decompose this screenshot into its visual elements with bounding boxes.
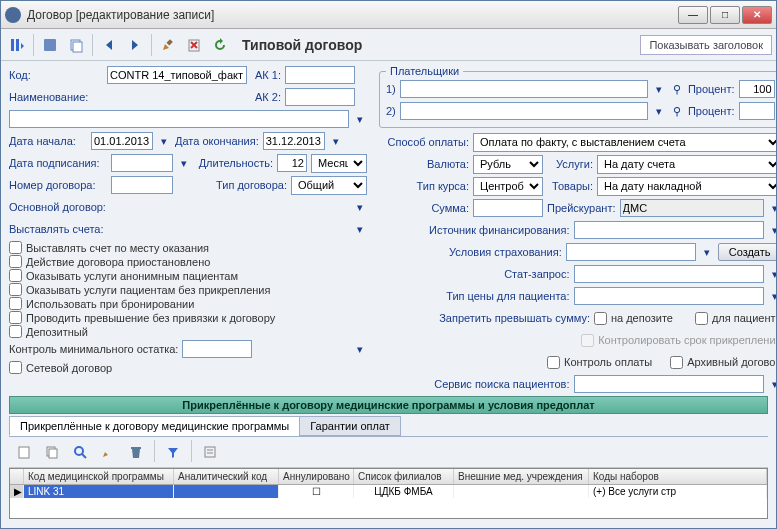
chevron-down-icon[interactable]: ▾ bbox=[700, 244, 714, 260]
search-svc-input[interactable] bbox=[574, 375, 764, 393]
filter-icon[interactable] bbox=[161, 440, 185, 464]
chk-suspended[interactable] bbox=[9, 255, 22, 268]
maximize-button[interactable]: □ bbox=[710, 6, 740, 24]
duration-input[interactable] bbox=[277, 154, 307, 172]
chk-archive[interactable] bbox=[670, 356, 683, 369]
col-sets[interactable]: Коды наборов bbox=[589, 469, 767, 484]
calendar-icon[interactable]: ▾ bbox=[157, 133, 171, 149]
chevron-down-icon[interactable]: ▾ bbox=[768, 288, 776, 304]
chk-exceed[interactable] bbox=[9, 311, 22, 324]
chk-ctrl-pay[interactable] bbox=[547, 356, 560, 369]
dropdown-menu-icon[interactable] bbox=[5, 33, 29, 57]
services-select[interactable]: На дату счета bbox=[597, 155, 776, 174]
table-row[interactable]: ▶ LINK 31 ☐ ЦДКБ ФМБА (+) Все услуги стр bbox=[10, 485, 767, 498]
col-branches[interactable]: Список филиалов bbox=[354, 469, 454, 484]
code-input[interactable] bbox=[107, 66, 247, 84]
ins-cond-label: Условия страхования: bbox=[379, 246, 562, 258]
chevron-down-icon[interactable]: ▾ bbox=[768, 200, 776, 216]
date-start-input[interactable] bbox=[91, 132, 153, 150]
chevron-down-icon[interactable]: ▾ bbox=[353, 341, 367, 357]
payer1-num: 1) bbox=[386, 83, 396, 95]
chk-deposit[interactable] bbox=[9, 325, 22, 338]
trash-icon[interactable] bbox=[124, 440, 148, 464]
tab-guarantees[interactable]: Гарантии оплат bbox=[299, 416, 401, 436]
payer1-input[interactable] bbox=[400, 80, 648, 98]
rate-type-select[interactable]: Центробанк Р bbox=[473, 177, 543, 196]
duration-unit-select[interactable]: Месяц bbox=[311, 154, 367, 173]
duration-label: Длительность: bbox=[199, 157, 273, 169]
code-label: Код: bbox=[9, 69, 103, 81]
name-input[interactable] bbox=[9, 110, 349, 128]
ins-cond-input[interactable] bbox=[566, 243, 696, 261]
date-end-input[interactable] bbox=[263, 132, 325, 150]
chevron-down-icon[interactable]: ▾ bbox=[652, 81, 666, 97]
chevron-down-icon[interactable]: ▾ bbox=[768, 222, 776, 238]
delete-icon[interactable] bbox=[182, 33, 206, 57]
tab-programs[interactable]: Прикреплённые к договору медицинские про… bbox=[9, 416, 300, 436]
link-icon[interactable]: ⚲ bbox=[670, 103, 684, 119]
main-window: Договор [редактирование записи] — □ ✕ Ти… bbox=[0, 0, 777, 529]
fin-src-label: Источник финансирования: bbox=[379, 224, 570, 236]
goods-label: Товары: bbox=[547, 180, 593, 192]
stat-input[interactable] bbox=[574, 265, 764, 283]
chevron-down-icon[interactable]: ▾ bbox=[353, 199, 367, 215]
chevron-down-icon[interactable]: ▾ bbox=[768, 376, 776, 392]
calendar-icon[interactable]: ▾ bbox=[177, 155, 191, 171]
calendar-icon[interactable]: ▾ bbox=[329, 133, 343, 149]
sum-input[interactable] bbox=[473, 199, 543, 217]
svg-rect-0 bbox=[11, 39, 14, 51]
contract-num-input[interactable] bbox=[111, 176, 173, 194]
save-icon[interactable] bbox=[38, 33, 62, 57]
minimize-button[interactable]: — bbox=[678, 6, 708, 24]
contract-type-label: Тип договора: bbox=[216, 179, 287, 191]
search-svc-label: Сервис поиска пациентов: bbox=[379, 378, 570, 390]
price-type-input[interactable] bbox=[574, 287, 764, 305]
date-sign-label: Дата подписания: bbox=[9, 157, 107, 169]
percent1-input[interactable] bbox=[739, 80, 775, 98]
pay-method-select[interactable]: Оплата по факту, с выставлением счета bbox=[473, 133, 776, 152]
chk-for-patient[interactable] bbox=[695, 312, 708, 325]
ak1-input[interactable] bbox=[285, 66, 355, 84]
chk-no-attach[interactable] bbox=[9, 283, 22, 296]
next-icon[interactable] bbox=[123, 33, 147, 57]
chk-on-deposit[interactable] bbox=[594, 312, 607, 325]
currency-select[interactable]: Рубль bbox=[473, 155, 543, 174]
chevron-down-icon[interactable]: ▾ bbox=[353, 111, 367, 127]
chk-bill-at-place[interactable] bbox=[9, 241, 22, 254]
col-analytic[interactable]: Аналитический код bbox=[174, 469, 279, 484]
contract-type-select[interactable]: Общий bbox=[291, 176, 367, 195]
col-cancelled[interactable]: Аннулировано bbox=[279, 469, 354, 484]
edit-icon[interactable] bbox=[156, 33, 180, 57]
search-icon[interactable] bbox=[68, 440, 92, 464]
chevron-down-icon[interactable]: ▾ bbox=[652, 103, 666, 119]
chk-anon[interactable] bbox=[9, 269, 22, 282]
create-button[interactable]: Создать bbox=[718, 243, 776, 261]
new-icon[interactable] bbox=[12, 440, 36, 464]
refresh-icon[interactable] bbox=[208, 33, 232, 57]
link-icon[interactable]: ⚲ bbox=[670, 81, 684, 97]
rate-type-label: Тип курса: bbox=[379, 180, 469, 192]
window-title: Договор [редактирование записи] bbox=[27, 8, 678, 22]
chk-booking[interactable] bbox=[9, 297, 22, 310]
chevron-down-icon[interactable]: ▾ bbox=[768, 266, 776, 282]
copy-icon[interactable] bbox=[40, 440, 64, 464]
edit-icon[interactable] bbox=[96, 440, 120, 464]
goods-select[interactable]: На дату накладной bbox=[597, 177, 776, 196]
payer2-input[interactable] bbox=[400, 102, 648, 120]
grid-toolbar bbox=[9, 437, 768, 468]
col-ext[interactable]: Внешние мед. учреждения bbox=[454, 469, 589, 484]
date-sign-input[interactable] bbox=[111, 154, 173, 172]
copy-icon[interactable] bbox=[64, 33, 88, 57]
sum-label: Сумма: bbox=[379, 202, 469, 214]
ak2-input[interactable] bbox=[285, 88, 355, 106]
col-code[interactable]: Код медицинской программы bbox=[24, 469, 174, 484]
chevron-down-icon[interactable]: ▾ bbox=[353, 221, 367, 237]
close-button[interactable]: ✕ bbox=[742, 6, 772, 24]
fin-src-input[interactable] bbox=[574, 221, 764, 239]
percent2-input[interactable] bbox=[739, 102, 775, 120]
min-balance-input[interactable] bbox=[182, 340, 252, 358]
chk-network[interactable] bbox=[9, 361, 22, 374]
prev-icon[interactable] bbox=[97, 33, 121, 57]
show-header-button[interactable]: Показывать заголовок bbox=[640, 35, 772, 55]
props-icon[interactable] bbox=[198, 440, 222, 464]
